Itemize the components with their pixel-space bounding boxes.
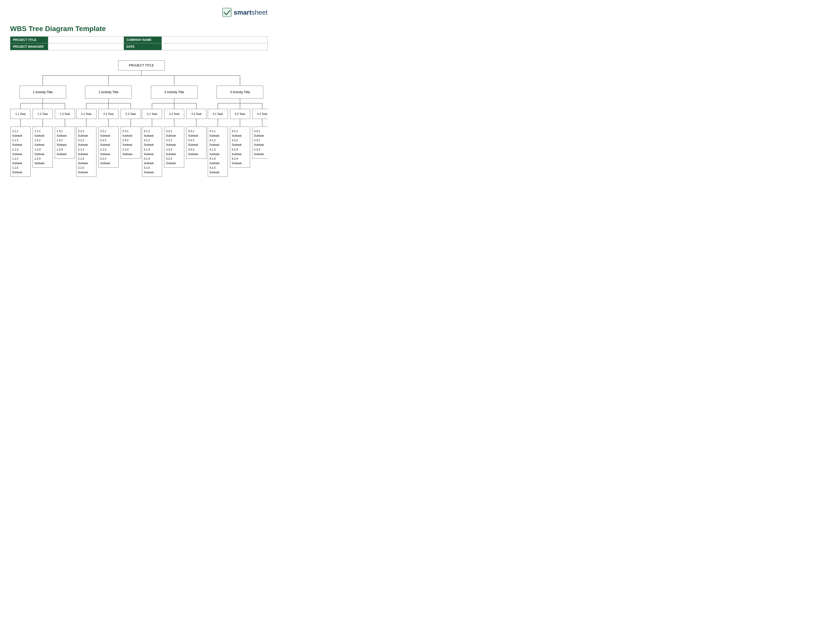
subtask-box-1-2: 1.2.1 Subtask1.2.2 Subtask1.2.3 Subtask1… bbox=[32, 127, 53, 168]
activity-4: 4 Activity Title bbox=[217, 85, 263, 99]
activity-2: 2 Activity Title bbox=[85, 85, 132, 99]
subtask-box-3-2: 3.2.1 Subtask3.2.2 Subtask3.2.3 Subtask3… bbox=[164, 127, 184, 168]
task-1-1: 1.1 Task bbox=[10, 109, 31, 119]
task-3-2: 3.2 Task bbox=[164, 109, 184, 119]
date-label: DATE bbox=[124, 43, 162, 50]
subtask-box-2-3: 2.3.1 Subtask2.3.2 Subtask2.3.3 Subtask bbox=[121, 127, 141, 159]
project-title-value[interactable] bbox=[48, 37, 124, 43]
company-name-label: COMPANY NAME bbox=[124, 37, 162, 43]
task-1-3: 1.3 Task bbox=[55, 109, 75, 119]
subtask-box-4-3: 4.3.1 Subtask4.3.2 Subtask4.3.3 Subtask bbox=[252, 127, 268, 159]
project-manager-label: PROJECT MANAGER bbox=[10, 43, 48, 50]
subtask-box-3-1: 3.1.1 Subtask3.1.2 Subtask3.1.3 Subtask3… bbox=[142, 127, 162, 177]
smartsheet-check-icon bbox=[222, 8, 232, 17]
task-4-2: 4.2 Task bbox=[230, 109, 250, 119]
task-2-3: 2.3 Task bbox=[121, 109, 141, 119]
logo: smartsheet bbox=[222, 8, 268, 17]
task-3-3: 3.3 Task bbox=[186, 109, 206, 119]
task-4-1: 4.1 Task bbox=[208, 109, 228, 119]
activity-3: 3 Activity Title bbox=[151, 85, 198, 99]
project-manager-value[interactable] bbox=[48, 43, 124, 50]
wbs-tree: PROJECT TITLE1 Activity Title1.1 Task1.1… bbox=[10, 58, 268, 230]
project-title-label: PROJECT TITLE bbox=[10, 37, 48, 43]
subtask-box-4-1: 4.1.1 Subtask4.1.2 Subtask4.1.3 Subtask4… bbox=[208, 127, 228, 177]
subtask-box-4-2: 4.2.1 Subtask4.2.2 Subtask4.2.3 Subtask4… bbox=[230, 127, 250, 168]
task-4-3: 4.3 Task bbox=[252, 109, 268, 119]
subtask-box-3-3: 3.3.1 Subtask3.3.2 Subtask3.3.3 Subtask bbox=[186, 127, 206, 159]
wbs-tree-container: PROJECT TITLE1 Activity Title1.1 Task1.1… bbox=[10, 58, 268, 230]
task-3-1: 3.1 Task bbox=[142, 109, 162, 119]
info-table: PROJECT TITLE COMPANY NAME PROJECT MANAG… bbox=[10, 36, 268, 50]
subtask-box-2-2: 2.2.1 Subtask2.2.2 Subtask2.2.3 Subtask2… bbox=[98, 127, 119, 168]
header: smartsheet bbox=[10, 8, 268, 17]
activity-1: 1 Activity Title bbox=[19, 85, 66, 99]
subtask-box-2-1: 2.1.1 Subtask2.1.2 Subtask2.1.3 Subtask2… bbox=[76, 127, 96, 177]
logo-text: smartsheet bbox=[234, 9, 268, 16]
subtask-box-1-1: 1.1.1 Subtask1.1.2 Subtask1.1.3 Subtask1… bbox=[10, 127, 31, 177]
date-value[interactable] bbox=[162, 43, 268, 50]
task-2-1: 2.1 Task bbox=[76, 109, 96, 119]
subtask-box-1-3: 1.3.1 Subtask1.3.2 Subtask1.3.3 Subtask bbox=[55, 127, 75, 159]
company-name-value[interactable] bbox=[162, 37, 268, 43]
task-2-2: 2.2 Task bbox=[98, 109, 119, 119]
task-1-2: 1.2 Task bbox=[32, 109, 53, 119]
page-title: WBS Tree Diagram Template bbox=[10, 25, 268, 33]
root-node: PROJECT TITLE bbox=[118, 60, 165, 71]
